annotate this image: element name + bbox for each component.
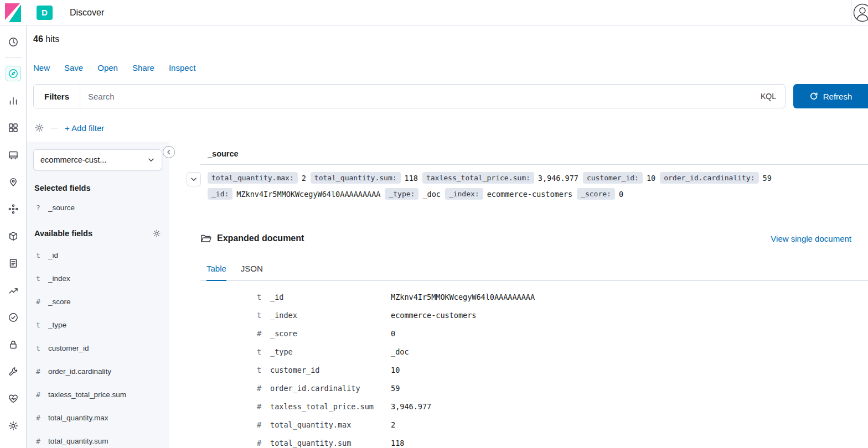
field-value: 0 xyxy=(391,329,395,338)
results-area: _source total_quantity.max: 2 xyxy=(169,142,868,448)
filter-bar-divider xyxy=(51,128,58,128)
doc-field-key-badge[interactable]: _index: xyxy=(445,188,483,200)
field-type-icon: t xyxy=(255,293,264,301)
top-menu-link[interactable]: Inspect xyxy=(169,63,195,74)
field-value: 59 xyxy=(391,384,400,393)
top-menu-link[interactable]: Save xyxy=(64,63,83,74)
rail-item-management[interactable] xyxy=(6,418,21,434)
expanded-document-title: Expanded document xyxy=(217,233,304,243)
field-value: 10 xyxy=(391,366,400,374)
doc-field-value: 59 xyxy=(763,174,772,183)
field-type-icon: # xyxy=(34,367,42,376)
hits-label: hits xyxy=(45,34,59,44)
doc-table-row: t _type _doc xyxy=(200,342,868,361)
rail-item-logs[interactable] xyxy=(6,256,21,271)
search-input[interactable] xyxy=(80,92,761,101)
field-type-icon: # xyxy=(255,384,264,393)
field-name: _type xyxy=(48,321,66,329)
rail-item-maps[interactable] xyxy=(6,174,21,190)
available-field-item[interactable]: # total_quantity.max xyxy=(33,406,162,429)
available-fields-list: t _id t _index # _score xyxy=(33,243,162,448)
doc-field-key-badge[interactable]: _type: xyxy=(385,188,418,200)
selected-field-item[interactable]: ? _source xyxy=(33,199,162,216)
top-menu-link[interactable]: Open xyxy=(97,63,118,74)
filter-settings-gear-icon[interactable] xyxy=(34,123,44,133)
heartbeat-icon xyxy=(8,393,19,404)
field-name: _index xyxy=(48,274,70,283)
top-menu-link[interactable]: New xyxy=(33,63,50,74)
field-name: _score xyxy=(270,329,391,338)
available-field-item[interactable]: # total_quantity.sum xyxy=(33,429,162,448)
document-row: total_quantity.max: 2 total_quantity.sum… xyxy=(187,172,868,200)
rail-item-visualize[interactable] xyxy=(6,93,21,108)
doc-field-value: 0 xyxy=(619,190,623,199)
doc-field-key-badge[interactable]: order_id.cardinality: xyxy=(660,172,758,184)
document-tabs: Table JSON xyxy=(200,264,868,281)
rail-item-metrics[interactable] xyxy=(6,283,21,298)
doc-field-key-badge[interactable]: taxless_total_price.sum: xyxy=(422,172,534,184)
rail-item-siem[interactable] xyxy=(6,337,21,352)
doc-field-key-badge[interactable]: total_quantity.sum: xyxy=(311,172,401,184)
doc-field-key-badge[interactable]: customer_id: xyxy=(583,172,643,184)
rail-item-discover[interactable] xyxy=(6,66,21,81)
field-type-icon: # xyxy=(255,402,264,411)
collapse-sidebar-button[interactable] xyxy=(163,146,175,158)
document-field-table: t _id MZknv4Ir5MMOKWcegyW64l0AAAAAAAAA t… xyxy=(200,288,868,448)
doc-table-row: t customer_id 10 xyxy=(200,361,868,379)
rail-item-canvas[interactable] xyxy=(6,147,21,163)
add-filter-link[interactable]: + Add filter xyxy=(65,123,104,133)
index-pattern-select[interactable]: ecommerce-cust... xyxy=(33,149,162,170)
user-menu-button[interactable] xyxy=(851,0,868,25)
field-type-icon: # xyxy=(34,414,42,422)
doc-field-key-badge[interactable]: _score: xyxy=(577,188,615,200)
field-value: MZknv4Ir5MMOKWcegyW64l0AAAAAAAAA xyxy=(391,293,535,301)
kibana-logo[interactable] xyxy=(0,0,27,25)
refresh-icon xyxy=(809,92,818,101)
field-type-icon: ? xyxy=(34,204,42,212)
rail-item-recent[interactable] xyxy=(6,34,21,50)
doc-field-pair: order_id.cardinality: 59 xyxy=(660,172,772,184)
doc-table-row: # _score 0 xyxy=(200,324,868,342)
rail-item-monitoring[interactable] xyxy=(6,391,21,407)
doc-table-row: t _id MZknv4Ir5MMOKWcegyW64l0AAAAAAAAA xyxy=(200,288,868,306)
canvas-icon xyxy=(8,149,19,160)
available-field-item[interactable]: t _id xyxy=(33,243,162,267)
tab-json[interactable]: JSON xyxy=(241,264,263,281)
filters-button[interactable]: Filters xyxy=(34,85,80,108)
user-avatar-icon xyxy=(853,3,868,22)
available-field-item[interactable]: # _score xyxy=(33,290,162,313)
refresh-button[interactable]: Refresh xyxy=(793,84,868,108)
available-field-item[interactable]: # taxless_total_price.sum xyxy=(33,383,162,406)
field-name: total_quantity.sum xyxy=(270,439,391,447)
top-menu-link[interactable]: Share xyxy=(132,63,154,74)
doc-field-key-badge[interactable]: _id: xyxy=(208,188,232,200)
doc-field-key-badge[interactable]: total_quantity.max: xyxy=(208,172,298,184)
rail-item-apm[interactable] xyxy=(6,228,21,244)
rail-item-machine-learning[interactable] xyxy=(6,201,21,217)
rail-item-uptime[interactable] xyxy=(6,310,21,325)
field-type-icon: t xyxy=(34,251,42,259)
doc-table-row: t _index ecommerce-customers xyxy=(200,306,868,324)
available-field-item[interactable]: # order_id.cardinality xyxy=(33,360,162,383)
ml-dots-icon xyxy=(8,204,19,215)
expanded-document-header: Expanded document View single document xyxy=(200,233,868,244)
rail-item-dev-tools[interactable] xyxy=(6,364,21,379)
rail-item-dashboard[interactable] xyxy=(6,120,21,136)
field-type-icon: t xyxy=(34,274,42,283)
source-column-header[interactable]: _source xyxy=(208,142,868,158)
field-type-icon: # xyxy=(34,437,42,445)
expand-document-button[interactable] xyxy=(187,172,201,186)
field-name: taxless_total_price.sum xyxy=(48,390,126,399)
available-field-item[interactable]: t _index xyxy=(33,267,162,290)
tab-table[interactable]: Table xyxy=(206,264,226,281)
body: 46 hits NewSaveOpenShareInspect Filters … xyxy=(0,25,868,448)
chevron-left-icon xyxy=(166,149,172,155)
query-language-button[interactable]: KQL xyxy=(761,92,785,101)
dashboard-grid-icon xyxy=(8,122,19,133)
available-field-item[interactable]: t customer_id xyxy=(33,336,162,360)
field-settings-gear-icon[interactable] xyxy=(152,229,161,238)
field-value: 3,946.977 xyxy=(391,402,431,411)
view-single-document-link[interactable]: View single document xyxy=(771,234,851,243)
available-field-item[interactable]: t _type xyxy=(33,313,162,336)
header-right xyxy=(851,0,868,25)
